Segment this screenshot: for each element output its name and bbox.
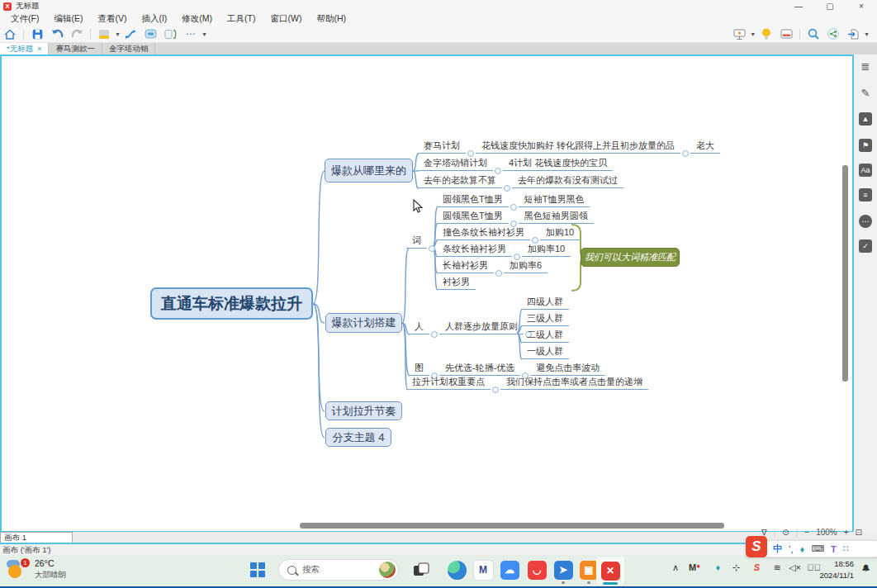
export-icon[interactable] xyxy=(845,26,861,41)
branch-plan-raise-rhythm[interactable]: 计划拉升节奏 xyxy=(325,401,402,420)
maximize-button[interactable]: ▢ xyxy=(814,0,846,12)
ime-lang-indicator[interactable]: 中 xyxy=(773,543,782,555)
presentation-icon[interactable] xyxy=(731,26,747,41)
sogou-logo-icon[interactable]: S xyxy=(746,536,767,557)
collapse-icon[interactable] xyxy=(682,150,689,157)
collapse-icon[interactable] xyxy=(495,168,501,174)
image-icon[interactable]: ▲ xyxy=(859,112,872,126)
collapse-icon[interactable] xyxy=(467,150,474,157)
menu-tools[interactable]: 工具(T) xyxy=(220,13,263,25)
zoom-in-button[interactable]: + xyxy=(844,528,849,537)
collapse-icon[interactable] xyxy=(429,245,435,252)
menu-help[interactable]: 帮助(H) xyxy=(309,13,353,25)
tray-sogou-icon[interactable]: S xyxy=(754,562,760,572)
topic-people[interactable]: 人 人群逐步放量原则 xyxy=(409,320,533,334)
topic-row[interactable]: 圆领黑色T恤男 黑色短袖男圆领 xyxy=(437,210,594,224)
notes-icon[interactable]: ≡ xyxy=(859,188,872,202)
save-icon[interactable] xyxy=(29,26,45,41)
tray-mic-icon[interactable]: ♦ xyxy=(715,562,720,572)
topic-row[interactable]: 去年的老款算不算 去年的爆款有没有测试过 xyxy=(418,174,623,188)
more-dropdown-icon[interactable]: ▼ xyxy=(201,31,207,37)
pointer-app-icon[interactable]: ➤ xyxy=(552,559,574,581)
collapse-icon[interactable] xyxy=(495,270,502,277)
topic-word[interactable]: 词 xyxy=(406,235,437,249)
redo-icon[interactable] xyxy=(69,26,85,41)
menu-file[interactable]: 文件(F) xyxy=(3,13,46,25)
red-app-icon[interactable]: ◡ xyxy=(526,559,548,581)
tab-close-icon[interactable]: × xyxy=(37,45,41,53)
minimize-button[interactable]: — xyxy=(783,0,814,12)
topic-weight[interactable]: 拉升计划权重要点 我们保持点击率或者点击量的递增 xyxy=(406,376,648,390)
weather-widget[interactable]: 1 26°C 大部晴朗 xyxy=(7,558,66,580)
boundary-icon[interactable] xyxy=(143,26,159,41)
tab-saima[interactable]: 赛马测款一 xyxy=(49,43,102,55)
taskbar-search[interactable]: 搜索 xyxy=(278,559,399,581)
tab-untitled[interactable]: *无标题× xyxy=(0,43,49,55)
topic-row[interactable]: 金字塔动销计划 4计划 花钱速度快的宝贝 xyxy=(418,157,613,171)
fit-view-button[interactable]: ⊡ xyxy=(856,528,862,537)
ime-mic-icon[interactable]: ♦ xyxy=(800,544,805,554)
task-view-button[interactable] xyxy=(410,559,432,581)
share-icon[interactable] xyxy=(825,26,841,41)
branch-where-hot-items-come-from[interactable]: 爆款从哪里来的 xyxy=(325,159,413,183)
ime-punctuation[interactable]: ’, xyxy=(789,544,794,554)
topic-image[interactable]: 图 先优选-轮播-优选 避免点击率波动 xyxy=(409,362,605,376)
zoom-out-button[interactable]: − xyxy=(804,528,809,537)
relationship-icon[interactable] xyxy=(123,26,140,41)
tray-snip-icon[interactable]: ⊹ xyxy=(732,562,740,573)
edge-browser-icon[interactable] xyxy=(446,559,467,581)
tab-jinzita[interactable]: 金字塔动销 xyxy=(102,43,156,55)
topic-row[interactable]: 二级人群 xyxy=(521,329,569,343)
xmind-app-icon[interactable]: ✕ xyxy=(596,557,624,585)
menu-window[interactable]: 窗口(W) xyxy=(263,13,310,25)
taskbar-clock[interactable]: 18:56 2024/11/1 xyxy=(819,558,854,581)
branch-hot-item-plan-build[interactable]: 爆款计划搭建 xyxy=(325,313,402,333)
marker-dropdown-icon[interactable]: ▼ xyxy=(115,31,121,37)
topic-row[interactable]: 圆领黑色T恤男 短袖T恤男黑色 xyxy=(437,193,590,207)
topic-row[interactable]: 三级人群 xyxy=(521,312,569,326)
menu-edit[interactable]: 编辑(E) xyxy=(46,13,90,25)
notification-bell-icon[interactable]: 🔔︎ xyxy=(861,563,870,573)
topic-row[interactable]: 条纹长袖衬衫男 加购率10 xyxy=(437,243,571,257)
ime-keyboard-icon[interactable]: ⌨ xyxy=(811,543,824,554)
lightbulb-icon[interactable] xyxy=(758,26,775,41)
menu-insert[interactable]: 插入(I) xyxy=(134,13,174,25)
volume-muted-icon[interactable]: ◁× xyxy=(789,562,801,573)
pitch-mode-icon[interactable] xyxy=(778,26,794,41)
more-icon[interactable]: ⋯ xyxy=(183,26,199,41)
sheet-tab[interactable]: 画布 1 xyxy=(0,532,73,543)
menu-modify[interactable]: 修改(M) xyxy=(174,13,220,25)
topic-row[interactable]: 赛马计划 花钱速度快加购好 转化跟得上并且初步放量的品 老大 xyxy=(418,140,720,154)
format-brush-icon[interactable]: ✎ xyxy=(859,86,872,99)
export-dropdown-icon[interactable]: ▼ xyxy=(864,31,870,37)
outline-icon[interactable]: ≣ xyxy=(859,59,872,73)
topic-row[interactable]: 长袖衬衫男 加购率6 xyxy=(437,259,548,273)
presentation-dropdown-icon[interactable]: ▼ xyxy=(750,31,756,37)
start-button[interactable] xyxy=(250,562,265,577)
summary-icon[interactable] xyxy=(163,26,179,41)
horizontal-scrollbar[interactable] xyxy=(300,523,724,529)
marker-flag-icon[interactable]: ⚑ xyxy=(859,139,872,152)
topic-row[interactable]: 一级人群 xyxy=(521,345,569,359)
wifi-icon[interactable]: ≋ xyxy=(774,562,781,573)
tray-chevron-icon[interactable]: ∧ xyxy=(672,562,679,573)
branch-subtopic-4[interactable]: 分支主题 4 xyxy=(325,428,391,447)
tray-m-icon[interactable]: M● xyxy=(689,562,700,572)
summary-callout[interactable]: 我们可以大词精准匹配 xyxy=(581,248,680,267)
close-button[interactable]: × xyxy=(846,0,877,12)
mindmap-canvas[interactable] xyxy=(0,55,854,533)
vertical-scrollbar[interactable] xyxy=(842,165,848,382)
search-icon[interactable] xyxy=(805,26,822,41)
topic-row[interactable]: 撞色条纹长袖衬衫男 加购10 xyxy=(437,226,580,240)
topic-row[interactable]: 四级人群 xyxy=(521,296,569,310)
collapse-icon[interactable] xyxy=(431,331,438,338)
collapse-icon[interactable] xyxy=(492,386,499,393)
app-m-icon[interactable]: M xyxy=(472,559,494,581)
central-topic[interactable]: 直通车标准爆款拉升 xyxy=(150,287,313,320)
topic-row[interactable]: 衬衫男 xyxy=(437,276,476,290)
comments-icon[interactable]: ⋯ xyxy=(859,215,872,228)
search-highlight-avatar[interactable] xyxy=(379,562,396,578)
home-icon[interactable] xyxy=(2,26,18,41)
task-icon[interactable]: ✓ xyxy=(859,239,872,253)
marker-icon[interactable] xyxy=(96,26,112,41)
